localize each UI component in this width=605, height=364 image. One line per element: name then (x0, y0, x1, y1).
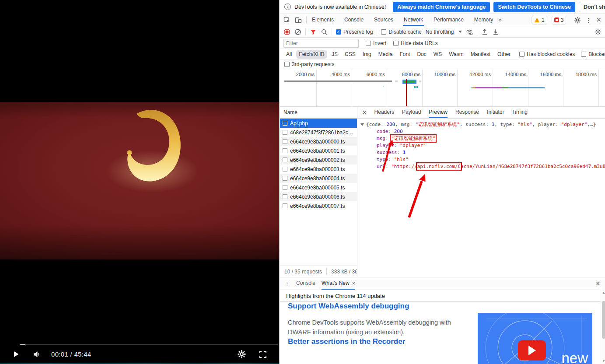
errors-badge[interactable]: 3 (552, 16, 567, 24)
switch-to-chinese-button[interactable]: Switch DevTools to Chinese (493, 2, 575, 12)
invert-checkbox[interactable]: Invert (366, 40, 386, 46)
dont-show-again-button[interactable]: Don't show again (579, 2, 605, 12)
devtools-tab[interactable]: Performance (433, 14, 465, 26)
detail-tab[interactable]: Timing (512, 107, 528, 118)
drawer-close-icon[interactable]: × (595, 280, 601, 287)
request-checkbox[interactable] (283, 194, 287, 199)
resource-type-chip[interactable]: Media (376, 50, 395, 59)
devtools-tab[interactable]: Console (343, 14, 364, 26)
devtools-tab[interactable]: Elements (311, 14, 335, 26)
kebab-menu-icon[interactable]: ⋮ (585, 17, 591, 23)
record-network-log-icon[interactable] (283, 28, 290, 35)
video-settings-button[interactable] (238, 350, 246, 358)
resource-type-chip[interactable]: Doc (414, 50, 429, 59)
drawer-kebab-menu-icon[interactable]: ⋮ (284, 281, 290, 287)
inspect-element-icon[interactable] (283, 17, 290, 24)
request-row[interactable]: 468e28747f3f72861ba2c5… (280, 128, 357, 137)
panel-divider[interactable] (279, 0, 280, 364)
request-row[interactable]: e664ce9e8ba000004.ts (280, 174, 357, 183)
resource-type-chip[interactable]: WS (431, 50, 444, 59)
throttling-select[interactable]: No throttling (426, 29, 462, 35)
has-blocked-cookies-checkbox[interactable]: Has blocked cookies (519, 51, 575, 57)
match-language-button[interactable]: Always match Chrome's language (393, 2, 490, 12)
devtools-close-icon[interactable]: × (596, 17, 602, 23)
youtube-play-button[interactable] (518, 340, 546, 360)
clear-network-log-icon[interactable] (294, 28, 301, 35)
request-checkbox[interactable] (283, 176, 287, 181)
devtools-tab[interactable]: Network (403, 14, 424, 26)
resource-type-chip[interactable]: All (283, 50, 294, 59)
request-checkbox[interactable] (283, 185, 287, 190)
detail-tab[interactable]: Response (455, 107, 479, 118)
third-party-checkbox[interactable]: 3rd-party requests (284, 61, 334, 67)
network-settings-gear-icon[interactable] (595, 28, 602, 35)
resource-type-chip[interactable]: Img (360, 50, 374, 59)
request-checkbox[interactable] (283, 158, 287, 162)
resource-type-chip[interactable]: Fetch/XHR (296, 50, 327, 59)
request-checkbox[interactable] (283, 130, 287, 135)
resource-type-chip[interactable]: Other (495, 50, 513, 59)
whatsnew-section-title[interactable]: Support WebAssembly debugging (288, 302, 605, 311)
request-checkbox[interactable] (283, 148, 287, 153)
request-row[interactable]: e664ce9e8ba000007.ts (280, 201, 357, 210)
request-row[interactable]: e664ce9e8ba000005.ts (280, 183, 357, 192)
whatsnew-scrollbar[interactable]: ▲ ▼ (601, 290, 605, 364)
resource-type-chip[interactable]: JS (329, 50, 340, 59)
scroll-up-icon[interactable]: ▲ (601, 291, 605, 294)
import-har-icon[interactable] (481, 28, 488, 35)
drawer-tab[interactable]: Console × (296, 277, 315, 290)
request-checkbox[interactable] (283, 121, 287, 126)
request-checkbox[interactable] (283, 203, 287, 208)
name-column-header[interactable]: Name (280, 107, 357, 119)
json-value: 1 (403, 150, 406, 155)
resource-type-chip[interactable]: Font (397, 50, 413, 59)
devtools-tab[interactable]: Memory (473, 14, 494, 26)
device-toolbar-icon[interactable] (295, 17, 302, 24)
blocked-requests-checkbox[interactable]: Blocked Requests (581, 51, 605, 57)
request-checkbox[interactable] (283, 167, 287, 172)
detail-tab[interactable]: Headers (374, 107, 394, 118)
error-icon (554, 18, 559, 22)
request-row[interactable]: e664ce9e8ba000001.ts (280, 146, 357, 155)
request-row[interactable]: e664ce9e8ba000006.ts (280, 192, 357, 201)
video-player[interactable]: 00:01 / 45:44 (0, 0, 279, 364)
whatsnew-video-thumbnail[interactable]: new (478, 313, 592, 364)
json-summary-row[interactable]: {code: 200, msg: "诺讯智能解析系统", success: 1,… (360, 121, 605, 128)
play-button[interactable] (12, 350, 20, 358)
transfer-size-summary: 333 kB / 36 (331, 269, 357, 275)
request-checkbox[interactable] (283, 139, 287, 144)
hide-data-urls-checkbox[interactable]: Hide data URLs (393, 40, 438, 46)
fullscreen-button[interactable] (259, 350, 267, 358)
filter-input[interactable] (283, 39, 359, 48)
scrollbar-thumb[interactable] (602, 301, 605, 339)
preserve-log-checkbox[interactable]: ✓ Preserve log (336, 29, 373, 35)
json-key: msg (377, 136, 391, 141)
disclosure-triangle-icon[interactable] (360, 123, 364, 126)
request-row[interactable]: e664ce9e8ba000002.ts (280, 155, 357, 164)
settings-gear-icon[interactable] (574, 17, 581, 24)
request-row[interactable]: Api.php (280, 119, 357, 128)
video-progress-bar[interactable] (20, 344, 278, 345)
more-tabs-icon[interactable]: » (498, 17, 502, 23)
resource-type-chip[interactable]: CSS (342, 50, 358, 59)
detail-tab[interactable]: Initiator (487, 107, 504, 118)
resource-type-chip[interactable]: Wasm (446, 50, 466, 59)
request-row[interactable]: e664ce9e8ba000003.ts (280, 164, 357, 174)
drawer-tab[interactable]: What's New × (322, 277, 355, 290)
detail-tab[interactable]: Payload (402, 107, 421, 118)
disable-cache-checkbox[interactable]: Disable cache (381, 29, 421, 35)
scroll-down-icon[interactable]: ▼ (601, 359, 605, 363)
request-row[interactable]: e664ce9e8ba000000.ts (280, 137, 357, 146)
search-icon[interactable] (321, 28, 328, 35)
export-har-icon[interactable] (492, 28, 499, 35)
devtools-tab[interactable]: Sources (373, 14, 394, 26)
network-conditions-icon[interactable] (466, 28, 473, 35)
resource-type-chip[interactable]: Manifest (468, 50, 493, 59)
detail-tab[interactable]: Preview (429, 107, 448, 118)
detail-close-icon[interactable]: × (362, 109, 367, 116)
filter-icon[interactable] (310, 28, 317, 35)
volume-button[interactable] (33, 351, 41, 358)
warnings-badge[interactable]: 1 (532, 16, 547, 24)
tab-close-icon[interactable]: × (352, 280, 356, 287)
network-overview-timeline[interactable]: 2000 ms4000 ms6000 ms8000 ms10000 ms1200… (280, 69, 605, 107)
